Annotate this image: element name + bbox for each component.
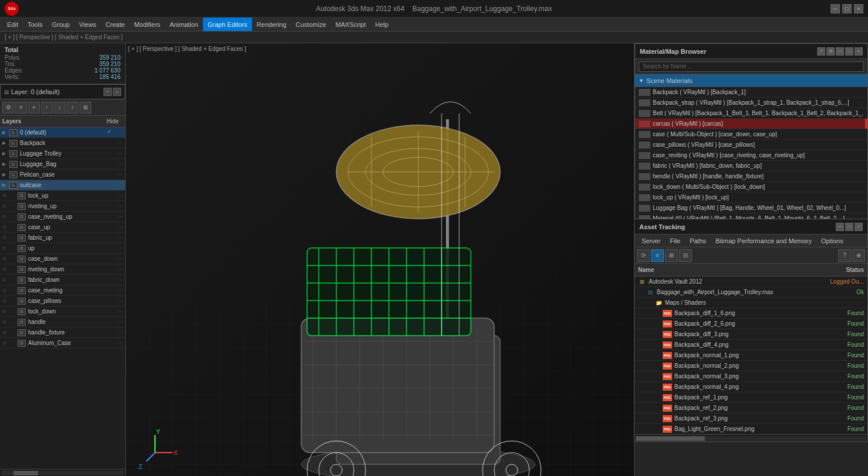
material-item-1[interactable]: Backpack_strap ( VRayMtl ) [Backpack_1_s… [635,98,867,108]
layer-item-4[interactable]: ▶ L Pelican_case ⋯ [0,170,125,180]
at-tool-grid[interactable]: ⊞ [665,249,678,262]
search-input[interactable] [639,61,864,72]
layer-tool-select[interactable]: ↑ [41,102,53,113]
at-menu-options[interactable]: Options [817,236,848,246]
close-button[interactable]: × [854,4,863,13]
at-item-1[interactable]: ⊡ Baggage_with_Airport_Luggage_Trolley.m… [635,287,867,298]
menu-item-group[interactable]: Group [47,18,75,31]
at-item-14[interactable]: PNG Bag_Light_Green_Fresnel.png Found [635,424,867,434]
layer-tool-add[interactable]: + [28,102,40,113]
menu-item-tools[interactable]: Tools [23,18,47,31]
at-menu-bitmap-performance-and-memory[interactable]: Bitmap Performance and Memory [711,236,816,246]
menu-item-edit[interactable]: Edit [2,18,23,31]
layer-close-button[interactable]: × [113,88,121,96]
layer-tool-settings[interactable]: ⚙ [2,102,14,113]
layer-toolbar: ⚙ × + ↑ ↓ ↕ ⊞ [0,99,125,116]
layer-tool-merge[interactable]: ↕ [67,102,78,113]
at-close[interactable]: × [855,223,863,231]
layer-help-button[interactable]: ? [104,88,112,96]
material-item-6[interactable]: case_reviting ( VRayMtl ) [case_riveting… [635,150,867,161]
at-menu-file[interactable]: File [665,236,685,246]
viewport-info: [ + ] [ Perspective ] [ Shaded + Edged F… [5,34,123,40]
layer-item-0[interactable]: ▶ L 0 (default) ✓ ⋯ [0,127,125,138]
layer-item-6[interactable]: ⊙ ⊡ lock_up ⋯ [0,191,125,201]
maximize-button[interactable]: □ [842,4,852,13]
material-browser-maximize[interactable]: □ [845,47,853,56]
layer-item-1[interactable]: ▶ L Backpack ⋯ [0,138,125,149]
at-item-7[interactable]: PNG Backpack_normal_1.png Found [635,350,867,361]
viewport[interactable]: X Y Z [ + ] [ Perspective ] [ Shaded + E… [126,43,634,476]
layer-item-18[interactable]: ⊙ ⊡ handle ⋯ [0,317,125,327]
at-minimize[interactable]: ─ [836,223,844,231]
at-tool-refresh[interactable]: ⟳ [637,249,650,262]
minimize-button[interactable]: ─ [831,4,840,13]
material-item-10[interactable]: lock_up ( VRayMtl ) [lock_up] [635,192,867,203]
at-item-2[interactable]: 📁 Maps / Shaders [635,298,867,308]
layer-item-5[interactable]: ▶ L suitcase ⋯ [0,180,125,191]
layer-item-20[interactable]: ⊙ ⊡ Aluminum_Case ⋯ [0,338,125,349]
menu-item-customize[interactable]: Customize [291,18,331,31]
material-browser-help[interactable]: ? [817,47,825,56]
layer-item-12[interactable]: ⊙ ⊡ case_down ⋯ [0,254,125,264]
layer-item-2[interactable]: ▶ L Luggage Trolley ⋯ [0,149,125,159]
layer-tool-delete[interactable]: × [15,102,27,113]
menu-item-help[interactable]: Help [371,18,394,31]
layer-item-17[interactable]: ⊙ ⊡ lock_down ⋯ [0,306,125,317]
layer-item-15[interactable]: ⊙ ⊡ case_riveting ⋯ [0,285,125,296]
material-item-4[interactable]: case ( Multi/Sub-Object ) [case_down, ca… [635,129,867,140]
layer-scrollbar[interactable] [0,469,125,476]
layer-item-19[interactable]: ⊙ ⊡ handle_fixture ⋯ [0,327,125,338]
menu-item-views[interactable]: Views [74,18,101,31]
material-item-7[interactable]: fabric ( VRayMtl ) [fabric_down, fabric_… [635,161,867,171]
layer-tool-move-down[interactable]: ↓ [54,102,66,113]
at-tool-help[interactable]: ? [838,249,851,262]
layer-dots-1: ⋯ [113,140,123,146]
material-item-0[interactable]: Backpack ( VRayMtl ) [Backpack_1] [635,87,867,98]
layer-item-11[interactable]: ⊙ ⊡ up ⋯ [0,243,125,254]
at-menu-paths[interactable]: Paths [685,236,711,246]
material-browser-settings[interactable]: ⚙ [826,47,835,56]
material-item-8[interactable]: hendle ( VRayMtl ) [handle, handle_fixtu… [635,171,867,182]
at-item-13[interactable]: PNG Backpack_ref_3.png Found [635,413,867,424]
material-item-2[interactable]: Belt ( VRayMtl ) [Backpack_1_Belt_1, Bel… [635,108,867,119]
at-item-3[interactable]: PNG Backpack_diff_1_6.png Found [635,308,867,319]
material-item-5[interactable]: case_pillows ( VRayMtl ) [case_pillows] [635,140,867,150]
layer-item-3[interactable]: ▶ L Luggage_Bag ⋯ [0,159,125,170]
material-browser-minimize[interactable]: ─ [836,47,844,56]
layer-item-16[interactable]: ⊙ ⊡ case_pillows ⋯ [0,296,125,306]
layer-item-8[interactable]: ⊙ ⊡ case_riveting_up ⋯ [0,212,125,222]
at-item-9[interactable]: PNG Backpack_normal_3.png Found [635,371,867,382]
at-item-5[interactable]: PNG Backpack_diff_3.png Found [635,329,867,340]
at-item-12[interactable]: PNG Backpack_ref_2.png Found [635,403,867,413]
at-item-10[interactable]: PNG Backpack_normal_4.png Found [635,382,867,392]
menu-item-maxscript[interactable]: MAXScript [331,18,371,31]
at-item-8[interactable]: PNG Backpack_normal_2.png Found [635,361,867,371]
menu-item-animation[interactable]: Animation [165,18,203,31]
layer-item-9[interactable]: ⊙ ⊡ case_up ⋯ [0,222,125,233]
at-scrollbar[interactable] [635,434,867,441]
layer-item-14[interactable]: ⊙ ⊡ fabric_down ⋯ [0,275,125,285]
at-tool-cols[interactable]: ⊟ [679,249,692,262]
layer-item-7[interactable]: ⊙ ⊡ riveting_up ⋯ [0,201,125,212]
at-item-11[interactable]: PNG Backpack_ref_1.png Found [635,392,867,403]
menu-item-graph-editors[interactable]: Graph Editors [203,18,252,31]
material-item-9[interactable]: lock_down ( Multi/Sub-Object ) [lock_dow… [635,182,867,192]
menu-item-rendering[interactable]: Rendering [252,18,291,31]
menu-item-create[interactable]: Create [101,18,129,31]
at-tool-expand[interactable]: ⊕ [852,249,865,262]
at-item-0[interactable]: ⊞ Autodesk Vault 2012 Logged Ou... [635,277,867,287]
material-browser-close[interactable]: × [855,47,863,56]
material-item-11[interactable]: Luggage Bag ( VRayMtl ) [Bag, Handle, Wh… [635,203,867,213]
at-tool-list[interactable]: ≡ [651,249,664,262]
layer-name-9: case_up [28,224,105,230]
at-menu-server[interactable]: Server [637,236,665,246]
menu-item-modifiers[interactable]: Modifiers [129,18,165,31]
layer-item-10[interactable]: ⊙ ⊡ fabric_up ⋯ [0,233,125,243]
layer-item-13[interactable]: ⊙ ⊡ riveting_down ⋯ [0,264,125,275]
scene-materials-header[interactable]: ▼ Scene Materials [635,74,867,87]
at-item-6[interactable]: PNG Backpack_diff_4.png Found [635,340,867,350]
at-item-4[interactable]: PNG Backpack_diff_2_6.png Found [635,319,867,329]
at-maximize[interactable]: □ [845,223,853,231]
material-item-3[interactable]: carcas ( VRayMtl ) [carcas] [635,119,867,129]
layer-tool-expand[interactable]: ⊞ [80,102,91,113]
